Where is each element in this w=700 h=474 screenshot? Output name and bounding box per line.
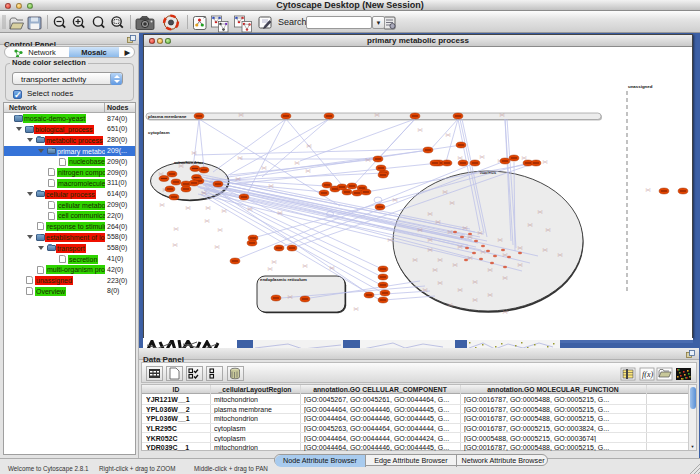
svg-text:[xx]: [xx] xyxy=(307,144,312,148)
svg-text:[xx]: [xx] xyxy=(518,263,523,267)
svg-text:[xx]: [xx] xyxy=(186,206,191,210)
svg-text:unassigned: unassigned xyxy=(628,84,653,89)
svg-text:[xx]: [xx] xyxy=(248,207,253,211)
svg-text:[xx]: [xx] xyxy=(418,228,423,232)
svg-text:[xx]: [xx] xyxy=(218,228,223,232)
svg-text:[xx]: [xx] xyxy=(503,310,508,314)
svg-text:[xx]: [xx] xyxy=(418,128,423,132)
svg-text:[xx]: [xx] xyxy=(518,246,523,250)
svg-text:[xx]: [xx] xyxy=(488,268,493,272)
svg-text:endoplasmic reticulum: endoplasmic reticulum xyxy=(260,277,307,282)
svg-text:[xx]: [xx] xyxy=(206,206,211,210)
svg-text:[xx]: [xx] xyxy=(443,190,448,194)
svg-text:[xx]: [xx] xyxy=(303,264,308,268)
svg-text:[xx]: [xx] xyxy=(239,113,244,117)
svg-text:[xx]: [xx] xyxy=(528,223,533,227)
svg-text:[xx]: [xx] xyxy=(468,256,473,260)
svg-text:[xx]: [xx] xyxy=(428,248,433,252)
svg-text:[xx]: [xx] xyxy=(179,164,184,168)
svg-text:[xx]: [xx] xyxy=(375,113,380,117)
svg-text:[xx]: [xx] xyxy=(558,253,563,257)
svg-text:[xx]: [xx] xyxy=(522,156,527,160)
svg-text:[xx]: [xx] xyxy=(498,238,503,242)
svg-text:[xx]: [xx] xyxy=(458,288,463,292)
svg-text:[xx]: [xx] xyxy=(192,151,197,155)
svg-text:[xx]: [xx] xyxy=(366,158,371,162)
svg-text:[xx]: [xx] xyxy=(448,303,453,307)
svg-text:[xx]: [xx] xyxy=(503,253,508,257)
svg-text:[xx]: [xx] xyxy=(458,245,463,249)
svg-text:[xx]: [xx] xyxy=(450,201,455,205)
svg-text:[xx]: [xx] xyxy=(423,288,428,292)
svg-text:[xx]: [xx] xyxy=(428,212,433,216)
svg-text:[xx]: [xx] xyxy=(173,243,178,247)
svg-text:[xx]: [xx] xyxy=(538,210,543,214)
svg-text:[xx]: [xx] xyxy=(330,266,335,270)
svg-text:cytoplasm: cytoplasm xyxy=(148,130,170,135)
svg-text:[xx]: [xx] xyxy=(269,184,274,188)
svg-text:[xx]: [xx] xyxy=(202,191,207,195)
svg-text:[xx]: [xx] xyxy=(480,155,485,159)
svg-text:[xx]: [xx] xyxy=(453,263,458,267)
svg-text:[xx]: [xx] xyxy=(473,280,478,284)
svg-text:[xx]: [xx] xyxy=(463,226,468,230)
svg-text:f(x): f(x) xyxy=(642,370,653,379)
svg-text:[xx]: [xx] xyxy=(478,231,483,235)
svg-text:[xx]: [xx] xyxy=(428,238,433,242)
svg-text:[xx]: [xx] xyxy=(468,235,473,239)
svg-text:[xx]: [xx] xyxy=(488,293,493,297)
svg-text:[xx]: [xx] xyxy=(473,298,478,302)
svg-text:[xx]: [xx] xyxy=(448,230,453,234)
svg-text:[xx]: [xx] xyxy=(205,219,210,223)
svg-text:[xx]: [xx] xyxy=(646,188,651,192)
svg-text:[xx]: [xx] xyxy=(222,209,227,213)
svg-text:[xx]: [xx] xyxy=(278,211,283,215)
svg-text:[xx]: [xx] xyxy=(306,169,311,173)
svg-text:[xx]: [xx] xyxy=(446,133,451,137)
svg-text:[xx]: [xx] xyxy=(500,113,505,117)
svg-text:[xx]: [xx] xyxy=(388,238,393,242)
svg-text:[xx]: [xx] xyxy=(272,260,277,264)
svg-text:[xx]: [xx] xyxy=(393,198,398,202)
svg-text:[xx]: [xx] xyxy=(238,156,243,160)
svg-text:[xx]: [xx] xyxy=(413,258,418,262)
svg-text:[xx]: [xx] xyxy=(436,220,441,224)
svg-text:[xx]: [xx] xyxy=(174,227,179,231)
svg-text:[xx]: [xx] xyxy=(160,203,165,207)
svg-text:[xx]: [xx] xyxy=(433,268,438,272)
svg-text:[xx]: [xx] xyxy=(481,250,486,254)
svg-text:[xx]: [xx] xyxy=(288,295,293,299)
svg-text:[xx]: [xx] xyxy=(236,177,241,181)
svg-text:[xx]: [xx] xyxy=(503,276,508,280)
svg-text:[xx]: [xx] xyxy=(215,245,220,249)
svg-text:[xx]: [xx] xyxy=(543,160,548,164)
svg-text:[xx]: [xx] xyxy=(262,166,267,170)
svg-text:[xx]: [xx] xyxy=(438,281,443,285)
svg-text:plasma membrane: plasma membrane xyxy=(148,114,187,119)
svg-text:[xx]: [xx] xyxy=(458,156,463,160)
svg-text:[xx]: [xx] xyxy=(295,161,300,165)
svg-text:[xx]: [xx] xyxy=(268,267,273,271)
svg-text:[xx]: [xx] xyxy=(354,307,359,311)
svg-text:[xx]: [xx] xyxy=(546,228,551,232)
svg-text:[xx]: [xx] xyxy=(543,248,548,252)
svg-text:[xx]: [xx] xyxy=(438,258,443,262)
